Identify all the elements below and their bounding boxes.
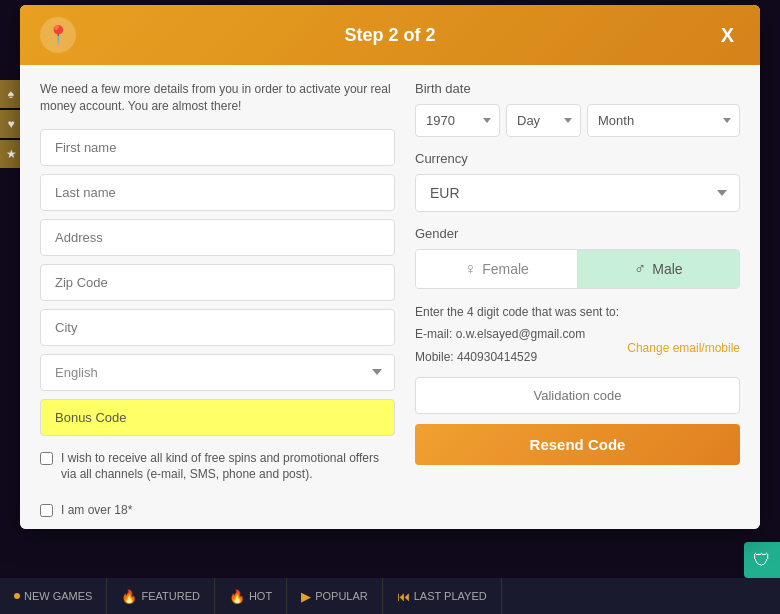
modal-body: We need a few more details from you in o… — [20, 65, 760, 499]
change-email-link[interactable]: Change email/mobile — [627, 341, 740, 355]
offers-checkbox[interactable] — [40, 452, 53, 465]
birth-day-select[interactable]: Day — [506, 104, 581, 137]
birth-date-label: Birth date — [415, 81, 740, 96]
resend-button[interactable]: Resend Code — [415, 424, 740, 465]
male-label: Male — [652, 261, 682, 277]
female-label: Female — [482, 261, 529, 277]
modal: 📍 Step 2 of 2 X We need a few more detai… — [20, 5, 760, 529]
contact-details: E-mail: o.w.elsayed@gmail.com Mobile: 44… — [415, 325, 740, 371]
male-button[interactable]: ♂ Male — [578, 250, 739, 288]
bottom-new-games[interactable]: NEW GAMES — [0, 578, 107, 614]
bottom-label-hot: HOT — [249, 590, 272, 602]
offers-label: I wish to receive all kind of free spins… — [61, 450, 395, 484]
birth-date-row: 1970 Day Month — [415, 104, 740, 137]
offers-checkbox-row: I wish to receive all kind of free spins… — [40, 450, 395, 484]
subtitle-text: We need a few more details from you in o… — [40, 81, 395, 115]
zip-input[interactable] — [40, 264, 395, 301]
validation-code-input[interactable] — [415, 377, 740, 414]
side-icons: ♠ ♥ ★ — [0, 80, 22, 168]
dot-icon — [14, 593, 20, 599]
right-column: Birth date 1970 Day Month Currency EUR G… — [415, 81, 740, 483]
address-input[interactable] — [40, 219, 395, 256]
modal-footer: I am over 18* — [20, 499, 760, 529]
birth-year-select[interactable]: 1970 — [415, 104, 500, 137]
last-name-input[interactable] — [40, 174, 395, 211]
bottom-label-last-played: LAST PLAYED — [414, 590, 487, 602]
age-checkbox[interactable] — [40, 504, 53, 517]
close-button[interactable]: X — [715, 22, 740, 49]
side-icon-2: ♥ — [0, 110, 22, 138]
hot-icon: 🔥 — [229, 589, 245, 604]
validation-info: Enter the 4 digit code that was sent to: — [415, 305, 740, 319]
currency-label: Currency — [415, 151, 740, 166]
bottom-bar: NEW GAMES 🔥 FEATURED 🔥 HOT ▶ POPULAR ⏮ L… — [0, 578, 780, 614]
fire-icon: 🔥 — [121, 589, 137, 604]
bottom-featured[interactable]: 🔥 FEATURED — [107, 578, 214, 614]
female-button[interactable]: ♀ Female — [416, 250, 578, 288]
bottom-last-played[interactable]: ⏮ LAST PLAYED — [383, 578, 502, 614]
first-name-input[interactable] — [40, 129, 395, 166]
gender-row: ♀ Female ♂ Male — [415, 249, 740, 289]
bottom-label-popular: POPULAR — [315, 590, 368, 602]
bottom-hot[interactable]: 🔥 HOT — [215, 578, 287, 614]
bottom-label-featured: FEATURED — [141, 590, 199, 602]
badge-corner: 🛡 — [744, 542, 780, 578]
age-label: I am over 18* — [61, 503, 132, 517]
bottom-popular[interactable]: ▶ POPULAR — [287, 578, 383, 614]
gender-label: Gender — [415, 226, 740, 241]
modal-title: Step 2 of 2 — [344, 25, 435, 46]
side-icon-1: ♠ — [0, 80, 22, 108]
currency-select[interactable]: EUR — [415, 174, 740, 212]
last-played-icon: ⏮ — [397, 589, 410, 604]
bonus-code-input[interactable] — [40, 399, 395, 436]
mobile-detail: Mobile: 440930414529 — [415, 348, 585, 367]
male-icon: ♂ — [634, 260, 646, 278]
female-icon: ♀ — [464, 260, 476, 278]
birth-month-select[interactable]: Month — [587, 104, 740, 137]
side-icon-3: ★ — [0, 140, 22, 168]
email-detail: E-mail: o.w.elsayed@gmail.com — [415, 325, 585, 344]
city-input[interactable] — [40, 309, 395, 346]
left-column: We need a few more details from you in o… — [40, 81, 395, 483]
badge-icon: 🛡 — [753, 550, 771, 571]
popular-icon: ▶ — [301, 589, 311, 604]
bottom-label-new-games: NEW GAMES — [24, 590, 92, 602]
language-select[interactable]: English — [40, 354, 395, 391]
modal-header: 📍 Step 2 of 2 X — [20, 5, 760, 65]
contact-info: E-mail: o.w.elsayed@gmail.com Mobile: 44… — [415, 325, 585, 371]
logo-icon: 📍 — [40, 17, 76, 53]
